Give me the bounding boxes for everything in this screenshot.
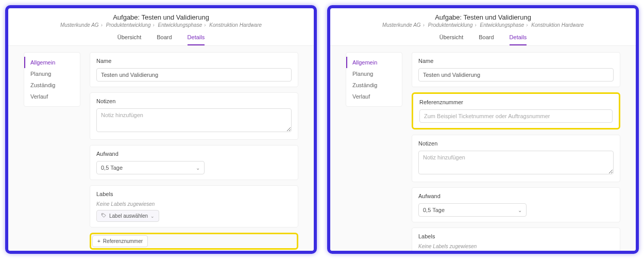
content-body: Allgemein Planung Zuständig Verlauf Name… — [8, 46, 314, 251]
card-effort: Aufwand 0,5 Tage ⌄ — [90, 145, 298, 180]
plus-icon: + — [97, 238, 100, 244]
card-labels: Labels Keine Labels zugewiesen Label aus… — [90, 185, 298, 228]
card-notes: Notizen — [90, 92, 298, 140]
label-name: Name — [96, 58, 292, 64]
add-ref-label: Referenznummer — [103, 238, 143, 244]
name-input[interactable] — [418, 68, 614, 82]
svg-point-0 — [103, 214, 103, 215]
tab-details[interactable]: Details — [188, 34, 205, 45]
tabs: Übersicht Board Details — [8, 30, 314, 46]
card-name: Name — [412, 52, 620, 87]
highlight-add-ref: + Referenznummer — [90, 233, 298, 250]
breadcrumb[interactable]: Musterkunde AG› Produktentwicklung› Entw… — [330, 22, 636, 28]
sidebar-item-allgemein[interactable]: Allgemein — [346, 57, 402, 68]
sidebar-item-planung[interactable]: Planung — [346, 68, 402, 79]
label-select-text: Label auswählen — [109, 213, 148, 219]
add-reference-button[interactable]: + Referenznummer — [92, 235, 148, 247]
breadcrumb[interactable]: Musterkunde AG› Produktentwicklung› Entw… — [8, 22, 314, 28]
panel-after: Aufgabe: Testen und Validierung Musterku… — [327, 5, 639, 254]
tab-board[interactable]: Board — [479, 34, 494, 45]
sidebar-item-planung[interactable]: Planung — [24, 68, 80, 79]
header: Aufgabe: Testen und Validierung Musterku… — [8, 8, 314, 30]
page-title: Aufgabe: Testen und Validierung — [8, 13, 314, 21]
name-input[interactable] — [96, 68, 292, 82]
label-labels: Labels — [96, 191, 292, 197]
label-notes: Notizen — [96, 98, 292, 104]
label-name: Name — [418, 58, 614, 64]
main-column: Name Referenznummer Notizen Aufwand 0,5 … — [412, 52, 620, 245]
chevron-down-icon: ⌄ — [518, 207, 522, 213]
label-reference: Referenznummer — [419, 99, 613, 105]
labels-empty: Keine Labels zugewiesen — [96, 201, 292, 207]
notes-textarea[interactable] — [418, 151, 614, 174]
labels-empty: Keine Labels zugewiesen — [418, 244, 614, 249]
label-select-button[interactable]: Label auswählen ⌄ — [96, 210, 159, 222]
sidebar-item-verlauf[interactable]: Verlauf — [346, 91, 402, 102]
sidebar-item-zustaendig[interactable]: Zuständig — [346, 79, 402, 91]
card-labels: Labels Keine Labels zugewiesen Label aus… — [412, 228, 620, 251]
tab-board[interactable]: Board — [157, 34, 172, 45]
sidebar: Allgemein Planung Zuständig Verlauf — [24, 52, 80, 107]
sidebar: Allgemein Planung Zuständig Verlauf — [346, 52, 402, 107]
content-body: Allgemein Planung Zuständig Verlauf Name… — [330, 46, 636, 251]
label-effort: Aufwand — [418, 193, 614, 199]
tab-overview[interactable]: Übersicht — [439, 34, 463, 45]
page-title: Aufgabe: Testen und Validierung — [330, 13, 636, 21]
tab-overview[interactable]: Übersicht — [117, 34, 141, 45]
label-notes: Notizen — [418, 140, 614, 147]
panel-before: Aufgabe: Testen und Validierung Musterku… — [5, 5, 317, 254]
effort-select[interactable]: 0,5 Tage ⌄ — [418, 203, 527, 217]
card-reference: Referenznummer — [412, 92, 620, 130]
sidebar-item-verlauf[interactable]: Verlauf — [24, 91, 80, 102]
card-notes: Notizen — [412, 135, 620, 182]
header: Aufgabe: Testen und Validierung Musterku… — [330, 8, 636, 30]
notes-textarea[interactable] — [96, 108, 292, 132]
label-effort: Aufwand — [96, 151, 292, 157]
card-effort: Aufwand 0,5 Tage ⌄ — [412, 187, 620, 222]
effort-select[interactable]: 0,5 Tage ⌄ — [96, 161, 205, 174]
main-column: Name Notizen Aufwand 0,5 Tage ⌄ Labels K… — [90, 52, 298, 245]
effort-value: 0,5 Tage — [101, 165, 123, 171]
label-labels: Labels — [418, 233, 614, 239]
sidebar-item-zustaendig[interactable]: Zuständig — [24, 79, 80, 91]
sidebar-item-allgemein[interactable]: Allgemein — [24, 57, 80, 68]
reference-input[interactable] — [419, 109, 613, 123]
chevron-down-icon: ⌄ — [196, 165, 200, 171]
tag-icon — [101, 213, 107, 219]
chevron-down-icon: ⌄ — [150, 214, 155, 219]
card-name: Name — [90, 52, 298, 87]
tabs: Übersicht Board Details — [330, 30, 636, 46]
tab-details[interactable]: Details — [510, 34, 527, 45]
effort-value: 0,5 Tage — [423, 207, 445, 213]
